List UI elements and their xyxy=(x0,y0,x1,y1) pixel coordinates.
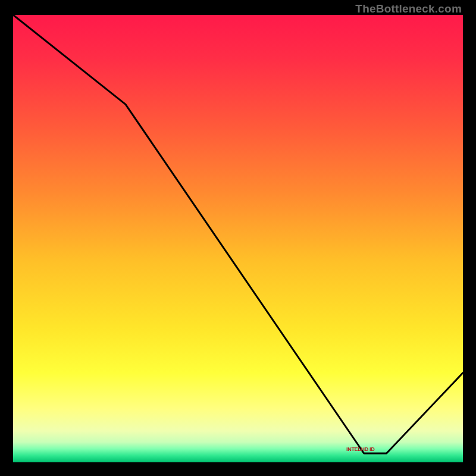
data-line xyxy=(13,15,463,462)
attribution-text: TheBottleneck.com xyxy=(355,2,462,15)
gpu-label: INTELHD ID xyxy=(346,446,375,452)
chart-canvas: INTELHD ID TheBottleneck.com xyxy=(0,0,476,476)
plot-area: INTELHD ID xyxy=(13,15,463,462)
